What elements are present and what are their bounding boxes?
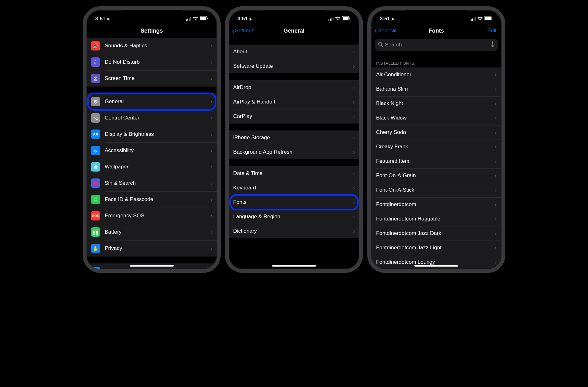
svg-rect-1 [200,17,206,20]
notch [407,10,466,19]
settings-row-screen-time[interactable]: ⏳Screen Time› [87,70,217,87]
row-label: Keyboard [233,185,256,191]
home-indicator[interactable] [130,265,174,267]
speaker-icon: 🔊 [91,41,100,50]
general-row-about[interactable]: About› [229,45,359,59]
signal-icon [328,17,334,21]
back-button[interactable]: ‹ Settings [232,27,254,34]
page-title: General [283,28,304,34]
settings-row-privacy[interactable]: ✋Privacy› [87,240,217,257]
battery-icon [342,16,350,22]
settings-row-emergency-sos[interactable]: SOSEmergency SOS› [87,208,217,224]
nav-bar: Settings [87,24,217,38]
home-indicator[interactable] [272,265,316,267]
wifi-icon [335,16,340,22]
chevron-right-icon: › [495,201,496,208]
nav-bar: ‹ General Fonts Edit [371,24,501,38]
row-label: Language & Region [233,214,280,220]
row-label: iTunes & App Store [105,268,150,269]
microphone-icon[interactable] [491,41,495,48]
settings-row-general[interactable]: ⚙︎General› [87,93,217,110]
wifi-icon [477,16,483,22]
font-name: Fontdinerdotcom Jazz Dark [376,230,441,236]
home-indicator[interactable] [414,265,458,267]
font-row[interactable]: Cherry Soda› [371,125,501,140]
settings-row-sounds-haptics[interactable]: 🔊Sounds & Haptics› [87,38,217,54]
location-icon: ➤ [391,17,395,21]
font-row[interactable]: Black Night› [371,96,501,111]
general-row-iphone-storage[interactable]: iPhone Storage› [229,130,359,145]
chevron-right-icon: › [495,187,496,194]
general-row-date-time[interactable]: Date & Time› [229,166,359,181]
row-label: Dictionary [233,228,257,234]
general-row-airplay-handoff[interactable]: AirPlay & Handoff› [229,95,359,109]
font-row[interactable]: Fontdinerdotcom Jazz Dark› [371,226,501,241]
font-row[interactable]: Fontdinerdotcom Jazz Light› [371,241,501,255]
row-label: About [233,49,247,55]
font-row[interactable]: Fontdinerdotcom› [371,197,501,212]
chevron-right-icon: › [495,230,496,237]
font-row[interactable]: Air Conditioner› [371,67,501,82]
settings-row-siri-search[interactable]: Siri & Search› [87,175,217,191]
row-label: AirPlay & Handoff [233,99,275,105]
settings-row-control-center[interactable]: ⌥Control Center› [87,110,217,126]
font-row[interactable]: Creaky Frank› [371,140,501,154]
siri-icon [91,178,100,188]
notch [264,10,324,19]
font-row[interactable]: Featured Item› [371,154,501,168]
settings-row-face-id-passcode[interactable]: ☺Face ID & Passcode› [87,191,217,208]
chevron-right-icon: › [211,115,213,121]
general-row-language-region[interactable]: Language & Region› [229,209,359,224]
general-row-software-update[interactable]: Software Update› [229,59,359,73]
row-label: Accessibility [105,147,134,154]
font-row[interactable]: Font-On-A-Stick› [371,183,501,197]
chevron-right-icon: › [353,49,355,55]
search-icon [378,42,383,48]
page-title: Fonts [429,28,444,34]
settings-row-wallpaper[interactable]: ❀Wallpaper› [87,159,217,175]
svg-line-10 [381,45,383,47]
back-button[interactable]: ‹ General [374,27,396,34]
chevron-right-icon: › [211,213,213,219]
general-row-dictionary[interactable]: Dictionary› [229,224,359,238]
settings-row-accessibility[interactable]: ♿︎Accessibility› [87,142,217,159]
aa-icon: AA [91,130,100,139]
row-label: Emergency SOS [105,213,144,219]
general-row-background-app-refresh[interactable]: Background App Refresh› [229,145,359,159]
general-row-carplay[interactable]: CarPlay› [229,109,359,124]
general-row-fonts[interactable]: Fonts› [229,195,359,209]
font-row[interactable]: Bahama Slim› [371,82,501,96]
row-label: Background App Refresh [233,149,292,155]
chevron-right-icon: › [495,86,496,93]
row-label: CarPlay [233,113,252,119]
general-list[interactable]: About›Software Update›AirDrop›AirPlay & … [229,38,359,269]
page-title: Settings [140,28,163,34]
edit-button[interactable]: Edit [487,28,496,34]
settings-row-battery[interactable]: ▮▮Battery› [87,224,217,240]
chevron-right-icon: › [211,75,213,82]
chevron-right-icon: › [495,172,496,179]
battery-icon: ▮▮ [91,227,100,237]
settings-list[interactable]: 🔊Sounds & Haptics›☾Do Not Disturb›⏳Scree… [87,38,217,269]
general-row-airdrop[interactable]: AirDrop› [229,80,359,95]
fonts-list[interactable]: INSTALLED FONTSAir Conditioner›Bahama Sl… [371,53,501,268]
row-label: General [105,98,123,105]
settings-row-do-not-disturb[interactable]: ☾Do Not Disturb› [87,54,217,70]
search-bar[interactable] [375,39,498,51]
font-name: Fontdinerdotcom Loungy [376,259,435,265]
chevron-right-icon: › [211,229,213,236]
svg-rect-4 [343,17,349,20]
settings-row-display-brightness[interactable]: AADisplay & Brightness› [87,126,217,142]
nav-bar: ‹ Settings General [229,24,359,38]
general-row-keyboard[interactable]: Keyboard› [229,181,359,195]
font-row[interactable]: Font-On-A-Grain› [371,168,501,183]
search-input[interactable] [385,42,489,48]
font-row[interactable]: Black Widow› [371,111,501,125]
location-icon: ➤ [249,17,252,21]
chevron-right-icon: › [211,196,213,203]
row-label: Do Not Disturb [105,59,139,65]
font-name: Font-On-A-Grain [376,172,416,179]
battery-icon [484,16,493,22]
font-row[interactable]: Fontdinerdotcom Huggable› [371,212,501,226]
chevron-right-icon: › [495,158,496,165]
